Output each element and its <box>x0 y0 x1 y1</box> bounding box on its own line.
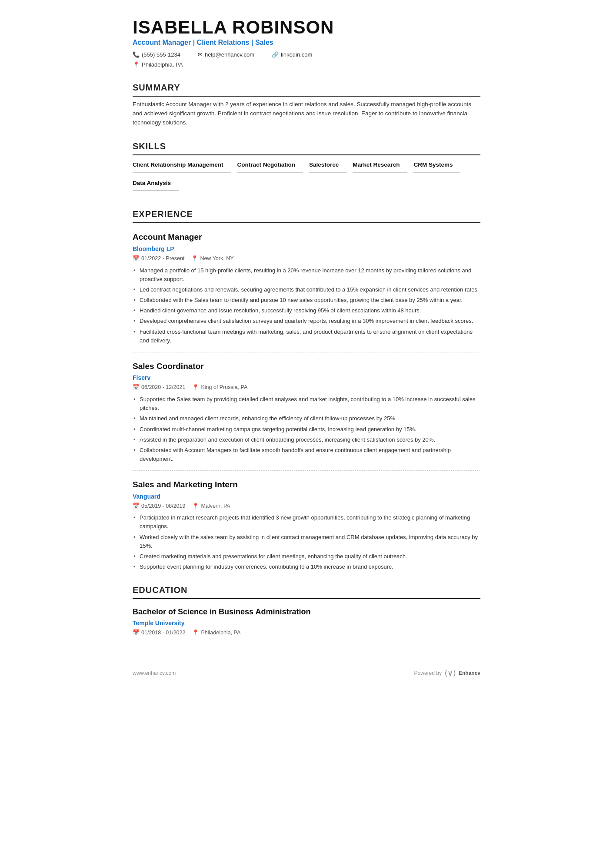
phone-icon: 📞 <box>133 50 140 59</box>
calendar-icon: 📅 <box>133 255 140 263</box>
footer-website: www.enhancv.com <box>133 669 176 677</box>
company-name: Bloomberg LP <box>133 245 480 254</box>
job-entry: Account ManagerBloomberg LP📅 01/2022 - P… <box>133 231 480 345</box>
edu-location: 📍 Philadelphia, PA <box>192 629 240 637</box>
school-name: Temple University <box>133 619 480 628</box>
pin-icon: 📍 <box>191 255 198 263</box>
pin-icon: 📍 <box>192 629 199 637</box>
job-title: Sales and Marketing Intern <box>133 479 480 491</box>
edu-meta: 📅 01/2018 - 01/2022 📍 Philadelphia, PA <box>133 629 480 637</box>
job-location: 📍 New York, NY <box>191 255 233 263</box>
job-entry: Sales CoordinatorFiserv📅 06/2020 - 12/20… <box>133 360 480 463</box>
skill-item: CRM Systems <box>413 159 460 173</box>
job-bullets: Supported the Sales team by providing de… <box>133 395 480 463</box>
skill-item: Data Analysis <box>133 177 179 191</box>
contact-row-2: 📍 Philadelphia, PA <box>133 60 480 69</box>
job-bullets: Managed a portfolio of 15 high-profile c… <box>133 266 480 345</box>
bullet-item: Collaborated with Account Managers to fa… <box>133 446 480 463</box>
bullet-item: Facilitated cross-functional team meetin… <box>133 328 480 345</box>
enhancv-logo-icon: ⟨∨⟩ <box>444 667 456 679</box>
candidate-title: Account Manager | Client Relations | Sal… <box>133 37 480 48</box>
enhancv-brand: Enhancv <box>459 669 480 677</box>
edu-dates: 📅 01/2018 - 01/2022 <box>133 629 185 637</box>
powered-by: Powered by ⟨∨⟩ Enhancv <box>414 667 480 679</box>
company-name: Vanguard <box>133 492 480 501</box>
education-section: EDUCATION Bachelor of Science in Busines… <box>133 583 480 637</box>
linkedin-contact: 🔗 linkedin.com <box>272 50 312 59</box>
pin-icon: 📍 <box>192 502 199 510</box>
job-location: 📍 Malvern, PA <box>192 502 230 510</box>
skill-item: Salesforce <box>309 159 346 173</box>
email-address: help@enhancv.com <box>205 50 254 59</box>
bullet-item: Led contract negotiations and renewals, … <box>133 285 480 294</box>
skills-section: SKILLS Client Relationship ManagementCon… <box>133 140 480 196</box>
education-title: EDUCATION <box>133 583 480 599</box>
link-icon: 🔗 <box>272 50 279 59</box>
job-dates: 📅 06/2020 - 12/2021 <box>133 383 185 392</box>
summary-title: SUMMARY <box>133 81 480 97</box>
job-meta: 📅 05/2019 - 08/2019📍 Malvern, PA <box>133 502 480 510</box>
bullet-item: Worked closely with the sales team by as… <box>133 533 480 550</box>
phone-number: (555) 555-1234 <box>142 50 180 59</box>
candidate-name: ISABELLA ROBINSON <box>133 17 480 37</box>
job-dates: 📅 01/2022 - Present <box>133 255 184 263</box>
jobs-container: Account ManagerBloomberg LP📅 01/2022 - P… <box>133 231 480 571</box>
phone-contact: 📞 (555) 555-1234 <box>133 50 180 59</box>
resume-header: ISABELLA ROBINSON Account Manager | Clie… <box>133 17 480 69</box>
job-title: Account Manager <box>133 231 480 244</box>
summary-text: Enthusiastic Account Manager with 2 year… <box>133 100 480 127</box>
calendar-icon: 📅 <box>133 383 140 392</box>
job-location: 📍 King of Prussia, PA <box>192 383 247 392</box>
location-icon: 📍 <box>133 60 140 69</box>
degree-title: Bachelor of Science in Business Administ… <box>133 606 480 618</box>
bullet-item: Participated in market research projects… <box>133 513 480 531</box>
contact-row-1: 📞 (555) 555-1234 ✉ help@enhancv.com 🔗 li… <box>133 50 480 59</box>
job-meta: 📅 06/2020 - 12/2021📍 King of Prussia, PA <box>133 383 480 392</box>
job-divider <box>133 470 480 471</box>
location-contact: 📍 Philadelphia, PA <box>133 60 183 69</box>
summary-section: SUMMARY Enthusiastic Account Manager wit… <box>133 81 480 127</box>
job-dates: 📅 05/2019 - 08/2019 <box>133 502 185 510</box>
skill-item: Market Research <box>353 159 407 173</box>
company-name: Fiserv <box>133 373 480 382</box>
skill-item: Contract Negotiation <box>237 159 303 173</box>
bullet-item: Coordinated multi-channel marketing camp… <box>133 425 480 434</box>
bullet-item: Maintained and managed client records, e… <box>133 414 480 423</box>
job-entry: Sales and Marketing InternVanguard📅 05/2… <box>133 479 480 571</box>
education-entry: Bachelor of Science in Business Administ… <box>133 606 480 637</box>
location-text: Philadelphia, PA <box>142 60 183 69</box>
education-container: Bachelor of Science in Business Administ… <box>133 606 480 637</box>
bullet-item: Supported the Sales team by providing de… <box>133 395 480 412</box>
email-contact: ✉ help@enhancv.com <box>198 50 254 59</box>
calendar-icon: 📅 <box>133 629 140 637</box>
experience-title: EXPERIENCE <box>133 208 480 223</box>
calendar-icon: 📅 <box>133 502 140 510</box>
email-icon: ✉ <box>198 50 203 59</box>
bullet-item: Assisted in the preparation and executio… <box>133 436 480 444</box>
job-bullets: Participated in market research projects… <box>133 513 480 571</box>
experience-section: EXPERIENCE Account ManagerBloomberg LP📅 … <box>133 208 480 571</box>
skill-item: Client Relationship Management <box>133 159 231 173</box>
skills-title: SKILLS <box>133 140 480 155</box>
bullet-item: Supported event planning for industry co… <box>133 563 480 571</box>
job-title: Sales Coordinator <box>133 360 480 373</box>
skills-list: Client Relationship ManagementContract N… <box>133 159 480 196</box>
bullet-item: Handled client governance and issue reso… <box>133 306 480 315</box>
linkedin-url: linkedin.com <box>281 50 312 59</box>
bullet-item: Created marketing materials and presenta… <box>133 552 480 561</box>
job-meta: 📅 01/2022 - Present📍 New York, NY <box>133 255 480 263</box>
job-divider <box>133 352 480 352</box>
bullet-item: Managed a portfolio of 15 high-profile c… <box>133 266 480 284</box>
powered-by-label: Powered by <box>414 669 442 677</box>
bullet-item: Developed comprehensive client satisfact… <box>133 317 480 325</box>
pin-icon: 📍 <box>192 383 199 392</box>
page-footer: www.enhancv.com Powered by ⟨∨⟩ Enhancv <box>133 663 480 679</box>
bullet-item: Collaborated with the Sales team to iden… <box>133 296 480 305</box>
